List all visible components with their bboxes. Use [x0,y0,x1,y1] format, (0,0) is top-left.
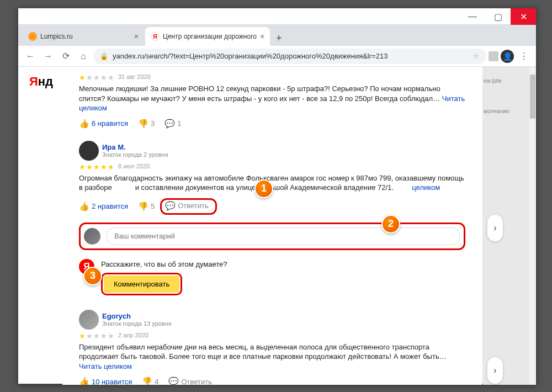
comment-icon: 💬 [165,201,176,211]
scrollbar-thumb[interactable] [530,75,535,119]
comment-icon: 💬 [168,377,179,385]
star-icon: ★ [108,73,114,82]
minimize-button[interactable]: — [460,8,485,25]
maximize-button[interactable]: ▢ [485,8,511,25]
logo-rest: нд [38,75,53,88]
user-avatar[interactable] [79,310,99,330]
url-text: yandex.ru/search/?text=Центр%20организац… [113,52,388,60]
browser-window: — ▢ ✕ Lumpics.ru × Я Центр организации д… [18,8,537,384]
thumbs-up-icon: 👍 [79,202,89,211]
menu-button[interactable]: ⋮ [516,49,532,64]
review-actions: 👍6 нравится 👎3 💬1 [79,119,465,129]
prompt-question: Расскажите, что вы об этом думаете? [101,260,465,268]
scrollbar[interactable] [529,67,536,385]
star-icon: ★ [93,163,100,171]
star-icon: ★ [108,332,114,340]
user-level: Знаток города 2 уровня [102,151,168,158]
read-more-link[interactable]: Читать целиком [79,362,132,370]
rating-stars: ★★★★★ 8 июл 2020 [79,163,465,171]
thumbs-down-icon: 👎 [138,119,148,129]
favicon-lumpics [28,32,37,41]
reply-button[interactable]: 💬Ответить [165,201,209,211]
user-avatar[interactable] [79,141,99,161]
dislike-button[interactable]: 👎3 [138,119,155,129]
annotation-badge-3: 3 [83,267,102,285]
close-button[interactable]: ✕ [511,8,536,25]
thumbs-down-icon: 👎 [142,377,152,385]
star-icon: ★ [93,73,100,82]
review-item: ★★★★★ 31 авг 2020 Мелочные людишки! За л… [79,67,465,136]
star-icon: ★ [100,163,107,171]
comment-icon: 💬 [164,119,175,129]
side-text: ew.lptw [482,77,529,85]
tab-close-icon[interactable]: × [134,32,139,41]
user-name[interactable]: Egorych [102,312,172,320]
review-actions: 👍10 нравится 👎4 💬Ответить [79,377,465,385]
title-bar: — ▢ ✕ [18,8,536,25]
dislike-button[interactable]: 👎5 [138,202,155,211]
star-icon: ★ [79,73,86,82]
logo-letter: Я [29,75,38,88]
my-avatar [84,228,100,245]
url-box[interactable]: 🔒 yandex.ru/search/?text=Центр%20организ… [93,49,486,64]
comment-input[interactable] [106,227,460,245]
dislike-button[interactable]: 👎4 [142,377,158,385]
reviews-column: ★★★★★ 31 авг 2020 Мелочные людишки! За л… [62,67,482,385]
annotation-badge-2: 2 [381,215,400,234]
forward-button[interactable]: → [40,49,56,64]
rating-stars: ★★★★★ 31 авг 2020 [79,73,465,82]
user-name[interactable]: Ира М. [102,143,168,151]
rating-stars: ★★★★★ 2 апр 2020 [79,332,465,340]
star-icon: ★ [108,163,114,171]
review-header: Egorych Знаток города 13 уровня [79,310,465,330]
reply-button[interactable]: 💬Ответить [168,377,212,385]
like-button[interactable]: 👍2 нравится [79,202,128,211]
tab-title: Lumpics.ru [40,33,73,40]
star-icon: ★ [93,332,100,340]
star-icon: ★ [86,73,93,82]
user-level: Знаток города 13 уровня [102,320,172,327]
thumbs-up-icon: 👍 [79,119,89,129]
tab-title: Центр организации дорожного [163,33,257,40]
prompt-box: Я Расскажите, что вы об этом думаете? Ко… [79,258,465,298]
reply-highlight: 💬Ответить [160,198,217,215]
star-icon: ★ [100,332,107,340]
address-bar: ← → ⟳ ⌂ 🔒 yandex.ru/search/?text=Центр%2… [18,46,536,67]
profile-avatar[interactable]: 👤 [501,50,514,63]
star-icon: ★ [100,73,107,82]
review-date: 2 апр 2020 [118,332,148,340]
back-button[interactable]: ← [23,49,38,64]
bookmark-star-icon[interactable]: ☆ [473,52,480,60]
like-button[interactable]: 👍6 нравится [79,119,128,129]
carousel-next-button[interactable]: › [487,357,503,384]
star-icon: ★ [86,163,93,171]
like-button[interactable]: 👍10 нравится [79,377,132,385]
lock-icon: 🔒 [100,52,108,60]
review-text: Президент объявил нерабочие дни на весь … [79,342,465,372]
carousel-next-button[interactable]: › [487,215,503,241]
page-viewport: ew.lptw молчанию › › Янд ★★★★★ 31 авг 20… [18,67,536,385]
review-item: Ира М. Знаток города 2 уровня ★★★★★ 8 ию… [79,136,465,305]
review-date: 31 авг 2020 [118,73,151,82]
review-item: Egorych Знаток города 13 уровня ★★★★★ 2 … [79,305,465,385]
review-header: Ира М. Знаток города 2 уровня [79,141,465,161]
tab-yandex[interactable]: Я Центр организации дорожного × [145,27,270,46]
read-more-link[interactable]: целиком [412,183,440,192]
favicon-yandex: Я [151,32,160,41]
tab-close-icon[interactable]: × [260,32,264,41]
new-tab-button[interactable]: + [271,30,286,46]
extension-icon[interactable] [489,51,498,61]
home-button[interactable]: ⌂ [76,49,91,64]
star-icon: ★ [79,163,86,171]
comment-button[interactable]: Комментировать [104,276,179,293]
review-text: Мелочные людишки! За лишние РОВНО 12 сек… [79,84,465,113]
comment-button-highlight: Комментировать [101,273,182,295]
thumbs-up-icon: 👍 [79,377,89,385]
reload-button[interactable]: ⟳ [58,49,73,64]
tab-lumpics[interactable]: Lumpics.ru × [23,27,144,46]
yandex-logo[interactable]: Янд [29,75,53,89]
comment-box [79,223,465,250]
comments-button[interactable]: 💬1 [164,119,181,129]
star-icon: ★ [79,332,86,340]
review-date: 8 июл 2020 [118,163,150,171]
